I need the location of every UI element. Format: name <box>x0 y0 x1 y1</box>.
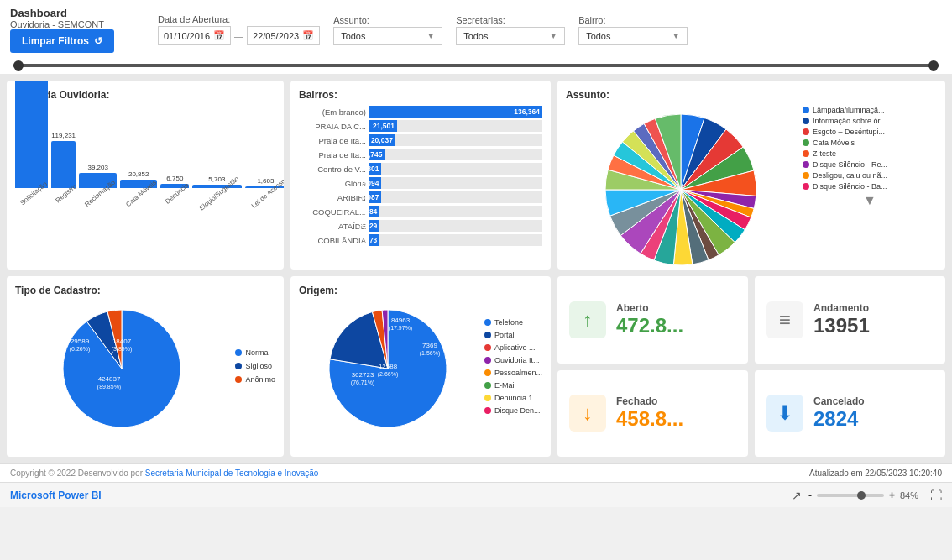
assunto-value: Todos <box>341 31 365 41</box>
cancelado-icon: ⬇ <box>777 401 793 425</box>
status-text-cancelado: Cancelado 2824 <box>813 395 865 431</box>
bairros-bar-wrap: 21,501 <box>369 120 542 132</box>
legend-text: Anônimo <box>245 375 275 384</box>
bar-value: 5,703 <box>208 175 225 183</box>
clear-filters-button[interactable]: Limpar Filtros ↺ <box>10 29 114 53</box>
zoom-plus[interactable]: + <box>889 489 895 501</box>
legend-dot <box>803 183 809 190</box>
bairros-val: 136,364 <box>514 107 540 116</box>
origem-pie-chart: 362723(76.71%)84963(17.97%)12588(2.66%)7… <box>321 301 455 436</box>
bar <box>15 81 48 188</box>
bairros-bar-fill: 9,094 <box>369 177 381 189</box>
cadastro-body: 424837(89.85%)29589(6.26%)18407(3.89%) N… <box>15 301 275 436</box>
legend-dot <box>484 382 491 389</box>
origem-legend: TelefonePortalAplicativo ...Ouvidoria It… <box>484 318 542 419</box>
legend-text: Esgoto – Deséntupi... <box>813 128 885 136</box>
legend-dot <box>235 376 242 383</box>
bairros-name: ATAÍDE <box>299 222 366 231</box>
secretarias-select[interactable]: Todos ▼ <box>456 27 565 45</box>
footer-copyright: Copyright © 2022 Desenvolvido por Secret… <box>10 468 318 478</box>
origem-legend-item: E-Mail <box>484 381 542 390</box>
bairros-val: 9,094 <box>361 179 379 187</box>
bairros-bar-fill: 9,801 <box>369 163 381 175</box>
pie-label-pct: (76.71%) <box>351 379 374 386</box>
calendar-icon: 📅 <box>302 30 314 41</box>
legend-expand-button[interactable]: ▼ <box>803 193 937 208</box>
legend-dot <box>484 395 491 401</box>
bairros-bar-wrap: 8,987 <box>369 191 542 203</box>
refresh-icon: ↺ <box>94 35 102 47</box>
secretarias-filter-group: Secretarias: Todos ▼ <box>456 15 565 45</box>
cadastro-legend-item: Sigiloso <box>235 362 275 370</box>
status-value-aberto: 472.8... <box>616 314 683 338</box>
legend-dot <box>803 118 809 124</box>
legend-text: Lâmpada/iluminaçã... <box>813 106 885 114</box>
assunto-filter-group: Assunto: Todos ▼ <box>333 15 442 45</box>
bairros-item: COQUEIRAL... 8,284 <box>299 206 542 217</box>
legend-dot <box>235 349 242 356</box>
footer-link[interactable]: Secretaria Municipal de Tecnologia e Ino… <box>145 468 319 478</box>
share-icon[interactable]: ↗ <box>792 489 802 502</box>
main-content: Tipos da Ouvidoria: 279,491 Solicitação … <box>0 74 952 463</box>
clear-filters-label: Limpar Filtros <box>22 35 89 47</box>
slider-thumb-right[interactable] <box>928 60 939 71</box>
status-text-fechado: Fechado 458.8... <box>616 395 683 431</box>
msbi-link[interactable]: Microsoft Power BI <box>10 489 102 501</box>
slider-thumb-left[interactable] <box>13 60 24 71</box>
bar-group: 5,703 Elogio/Sugestão <box>192 175 241 198</box>
bairros-val: 9,801 <box>361 165 379 173</box>
cadastro-pie-wrap: 424837(89.85%)29589(6.26%)18407(3.89%) <box>15 301 228 436</box>
bairros-item: Praia de Ita... 20,037 <box>299 134 542 146</box>
legend-dot <box>803 172 809 179</box>
bairros-val: 8,284 <box>359 207 377 216</box>
legend-text: E-Mail <box>494 381 516 390</box>
pie-label: 7369 <box>423 342 438 349</box>
bairros-val: 8,987 <box>361 193 379 201</box>
legend-item: Disque Silêncio - Re... <box>803 160 937 169</box>
bairros-name: PRAIA DA C... <box>299 122 366 131</box>
bairros-bar-wrap: 11,745 <box>369 149 542 160</box>
date-from-input[interactable]: 01/10/2016 📅 <box>158 26 231 45</box>
tipos-bar-chart: 279,491 Solicitação 119,231 Registro 39,… <box>15 106 275 223</box>
bar-group: 6,750 Denúncia <box>160 175 189 198</box>
bairros-bar-fill: 20,037 <box>369 134 395 146</box>
assunto-pie-wrap <box>566 106 796 270</box>
chevron-down-icon: ▼ <box>426 31 435 40</box>
legend-dot <box>484 369 491 376</box>
bairros-item: ARIBIRI 8,987 <box>299 191 542 203</box>
bairros-name: Praia de Ita... <box>299 150 366 160</box>
zoom-percent: 84% <box>900 490 918 500</box>
origem-legend-item: Portal <box>484 331 542 339</box>
bairros-item: Praia de Ita... 11,745 <box>299 149 542 160</box>
legend-item: Esgoto – Deséntupi... <box>803 128 937 136</box>
legend-text: Cata Móveis <box>813 139 855 147</box>
legend-dot <box>803 161 809 168</box>
origem-card: Origem: 362723(76.71%)84963(17.97%)12588… <box>290 276 551 457</box>
footer-updated: Atualizado em 22/05/2023 10:20:40 <box>809 468 942 478</box>
cadastro-pie-label: 424837 <box>98 375 121 383</box>
date-slider-track[interactable] <box>13 64 939 67</box>
date-to-input[interactable]: 22/05/2023 📅 <box>247 26 320 45</box>
assunto-card: Assunto: Lâmpada/iluminaçã... Informação… <box>557 81 945 270</box>
legend-item: Disque Silêncio - Ba... <box>803 182 937 191</box>
zoom-slider-track[interactable] <box>817 494 884 497</box>
bairro-select[interactable]: Todos ▼ <box>578 27 688 45</box>
bar-value: 119,231 <box>51 132 76 139</box>
cadastro-pie-label-pct: (6.26%) <box>70 346 91 353</box>
zoom-minus[interactable]: - <box>808 489 812 501</box>
bairros-bar-fill: 8,229 <box>369 220 379 232</box>
bairros-bar-wrap: 9,094 <box>369 177 542 189</box>
bairro-filter-group: Bairro: Todos ▼ <box>578 15 688 45</box>
bar-value: 1,603 <box>257 177 274 185</box>
legend-dot <box>484 344 491 351</box>
bairros-bar-fill: 8,284 <box>369 206 379 217</box>
legend-text: Denuncia 1... <box>494 394 539 402</box>
assunto-select[interactable]: Todos ▼ <box>333 27 442 45</box>
zoom-slider-thumb[interactable] <box>857 491 866 500</box>
fullscreen-icon[interactable]: ⛶ <box>930 489 942 502</box>
secretarias-value: Todos <box>463 31 488 41</box>
fechado-icon: ↓ <box>583 401 593 425</box>
zoom-control: - + 84% <box>808 489 918 501</box>
bar-group: 119,231 Registro <box>51 132 76 198</box>
legend-text: Pessoalmen... <box>494 369 542 377</box>
